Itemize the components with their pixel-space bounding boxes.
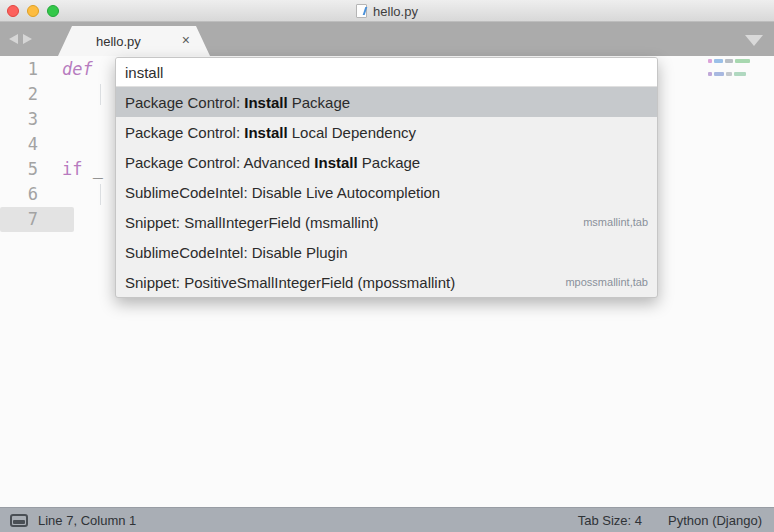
minimap-code-row xyxy=(708,71,760,76)
palette-item[interactable]: SublimeCodeIntel: Disable Live Autocompl… xyxy=(116,177,657,207)
tab-label: hello.py xyxy=(58,34,141,49)
command-palette: Package Control: Install PackagePackage … xyxy=(115,57,658,298)
palette-results-list: Package Control: Install PackagePackage … xyxy=(116,87,657,297)
window-title: hello.py xyxy=(373,4,418,19)
palette-item-label: Snippet: PositiveSmallIntegerField (mpos… xyxy=(125,274,455,291)
title-bar: hello.py xyxy=(0,0,774,22)
palette-item-label: Package Control: Advanced Install Packag… xyxy=(125,154,420,171)
status-syntax[interactable]: Python (Django) xyxy=(668,513,762,528)
status-cursor-position[interactable]: Line 7, Column 1 xyxy=(38,513,136,528)
status-bar-right: Tab Size: 4 Python (Django) xyxy=(578,513,774,528)
document-icon xyxy=(356,4,367,18)
title-group: hello.py xyxy=(0,0,774,22)
palette-item-annotation: msmallint,tab xyxy=(583,207,648,237)
panel-toggle-icon[interactable] xyxy=(10,514,28,527)
app-window: hello.py hello.py × 1234567 defif _ Pack… xyxy=(0,0,774,532)
tab-overflow-icon[interactable] xyxy=(745,35,763,46)
status-bar-left: Line 7, Column 1 xyxy=(0,513,136,528)
palette-item[interactable]: Package Control: Install Local Dependenc… xyxy=(116,117,657,147)
palette-item-label: Package Control: Install Package xyxy=(125,94,350,111)
palette-search-input[interactable] xyxy=(116,58,657,86)
palette-item-annotation: mpossmallint,tab xyxy=(565,267,648,297)
tab-hello-py[interactable]: hello.py × xyxy=(58,26,210,56)
palette-item-label: SublimeCodeIntel: Disable Live Autocompl… xyxy=(125,184,440,201)
palette-item-label: SublimeCodeIntel: Disable Plugin xyxy=(125,244,348,261)
code-text: _ xyxy=(82,159,102,179)
minimap[interactable] xyxy=(708,58,760,84)
palette-item-label: Snippet: SmallIntegerField (msmallint) xyxy=(125,214,378,231)
status-tab-size[interactable]: Tab Size: 4 xyxy=(578,513,642,528)
status-bar: Line 7, Column 1 Tab Size: 4 Python (Dja… xyxy=(0,507,774,532)
indent-guide xyxy=(100,84,101,105)
palette-item-label: Package Control: Install Local Dependenc… xyxy=(125,124,416,141)
palette-item[interactable]: Package Control: Advanced Install Packag… xyxy=(116,147,657,177)
palette-item[interactable]: SublimeCodeIntel: Disable Plugin xyxy=(116,237,657,267)
palette-item[interactable]: Snippet: PositiveSmallIntegerField (mpos… xyxy=(116,267,657,297)
minimap-code-row xyxy=(708,58,760,63)
indent-guide xyxy=(100,184,101,205)
palette-item[interactable]: Snippet: SmallIntegerField (msmallint)ms… xyxy=(116,207,657,237)
tab-close-icon[interactable]: × xyxy=(182,33,190,47)
tab-bar: hello.py × xyxy=(0,22,774,56)
keyword-def: def xyxy=(62,59,93,79)
palette-input-row xyxy=(116,58,657,87)
next-tab-icon[interactable] xyxy=(23,34,32,44)
prev-tab-icon[interactable] xyxy=(9,34,18,44)
keyword-if: if xyxy=(62,159,82,179)
palette-item[interactable]: Package Control: Install Package xyxy=(116,87,657,117)
